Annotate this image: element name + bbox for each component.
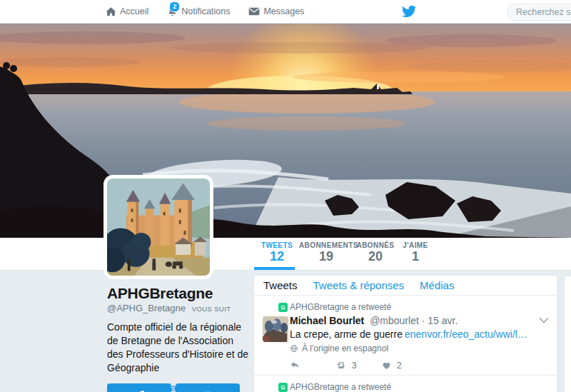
profile-name[interactable]: APHGBretagne: [107, 285, 251, 302]
stat-tweets[interactable]: TWEETS 12: [256, 241, 298, 263]
retweet-context: APHGBretagne a retweeté: [290, 382, 532, 392]
stat-followers-label: ABONNÉS: [355, 241, 395, 249]
reply-button[interactable]: [290, 360, 335, 371]
retweet-context-label: APHGBretagne a retweeté: [290, 302, 391, 312]
retweet-badge-icon: [278, 383, 288, 392]
tweet-feed-card: Tweets Tweets & réponses Médias APHGBret…: [253, 275, 557, 392]
bell-icon-wrap: 2: [167, 6, 178, 17]
notifications-count-badge: 2: [169, 1, 180, 12]
tweet-origin-label: À l'origine en espagnol: [302, 343, 388, 353]
nav-home[interactable]: Accueil: [106, 6, 148, 17]
reply-icon: [290, 360, 300, 371]
tweet-2[interactable]: APHGBretagne a retweeté Michael Bourlet …: [254, 375, 557, 392]
profile-avatar[interactable]: [103, 175, 213, 279]
nav-home-label: Accueil: [120, 6, 148, 16]
tab-tweets-replies[interactable]: Tweets & réponses: [305, 279, 413, 291]
twitter-bird-icon[interactable]: [402, 4, 416, 19]
tweet-origin-row: À l'origine en espagnol: [290, 343, 532, 353]
nav-messages-label: Messages: [263, 6, 304, 16]
stat-tweets-value: 12: [256, 249, 298, 263]
globe-icon: [290, 344, 298, 353]
tweet-actions: 3 2: [290, 360, 532, 371]
envelope-icon: [248, 6, 260, 16]
tab-media[interactable]: Médias: [412, 279, 462, 291]
right-sidebar-card: [564, 276, 571, 392]
retweet-icon: [335, 360, 347, 371]
profile-action-buttons: [107, 383, 240, 392]
like-count: 2: [397, 361, 402, 371]
stat-following-label: ABONNEMENTS: [299, 241, 353, 249]
top-nav-bar: Accueil 2 Notifications Messages: [0, 0, 571, 24]
retweet-button[interactable]: 3: [335, 360, 381, 371]
stat-following[interactable]: ABONNEMENTS 19: [299, 241, 353, 263]
heart-icon: [381, 361, 392, 371]
stat-following-value: 19: [299, 249, 353, 263]
arrows-icon: [201, 389, 214, 392]
home-icon: [106, 6, 116, 17]
follows-you-badge: VOUS SUIT: [192, 305, 231, 313]
retweet-context-label: APHGBretagne a retweeté: [290, 382, 391, 392]
twitter-profile-page: Accueil 2 Notifications Messages TWEETS …: [0, 0, 571, 392]
profile-info: APHGBretagne @APHG_Bretagne VOUS SUIT Co…: [107, 285, 251, 392]
author-avatar-image: [263, 316, 288, 342]
nav-notifications-label: Notifications: [181, 6, 230, 16]
like-button[interactable]: 2: [381, 361, 427, 371]
profile-stats-bar: TWEETS 12 ABONNEMENTS 19 ABONNÉS 20 J'AI…: [0, 238, 571, 271]
stat-likes-label: J'AIME: [398, 241, 433, 249]
retweet-context: APHGBretagne a retweeté: [290, 302, 532, 313]
stat-followers[interactable]: ABONNÉS 20: [355, 241, 395, 263]
tab-tweets[interactable]: Tweets: [256, 279, 305, 291]
sunset-coast-image: [0, 24, 571, 238]
tweet-author-avatar[interactable]: [263, 316, 288, 342]
tweet-handle-time[interactable]: @mbourlet · 15 avr.: [370, 315, 458, 326]
profile-bio: Compte officiel de la régionale de Breta…: [107, 321, 251, 375]
stat-followers-value: 20: [355, 249, 395, 263]
stat-likes[interactable]: J'AIME 1: [398, 241, 433, 263]
tweet-author-name[interactable]: Michael Bourlet: [290, 315, 364, 326]
tweet-link[interactable]: enenvor.fr/eeo_actu/wwi/l…: [405, 328, 527, 340]
tweet-to-button[interactable]: [107, 383, 171, 392]
chevron-down-icon: [539, 317, 549, 323]
selected-stat-underline: [254, 267, 295, 270]
stat-likes-value: 1: [398, 249, 433, 263]
castle-painting-image: [107, 179, 210, 276]
tweet-options-button[interactable]: [539, 313, 549, 326]
profile-header-photo[interactable]: [0, 24, 571, 238]
feed-tabs: Tweets Tweets & réponses Médias: [254, 276, 557, 296]
quill-icon: [133, 389, 146, 392]
stat-tweets-label: TWEETS: [256, 241, 298, 249]
nav-messages[interactable]: Messages: [248, 6, 304, 16]
retweet-count: 3: [352, 361, 357, 371]
retweet-badge-icon: [278, 303, 288, 312]
search-input[interactable]: [507, 4, 571, 21]
tweet-1[interactable]: APHGBretagne a retweeté Michael Bourlet …: [254, 296, 557, 375]
profile-handle[interactable]: @APHG_Bretagne: [107, 303, 186, 313]
tweet-text: La crepe, arme de guerre: [290, 328, 403, 340]
secondary-action-button[interactable]: [176, 383, 240, 392]
nav-notifications[interactable]: 2 Notifications: [167, 6, 230, 17]
